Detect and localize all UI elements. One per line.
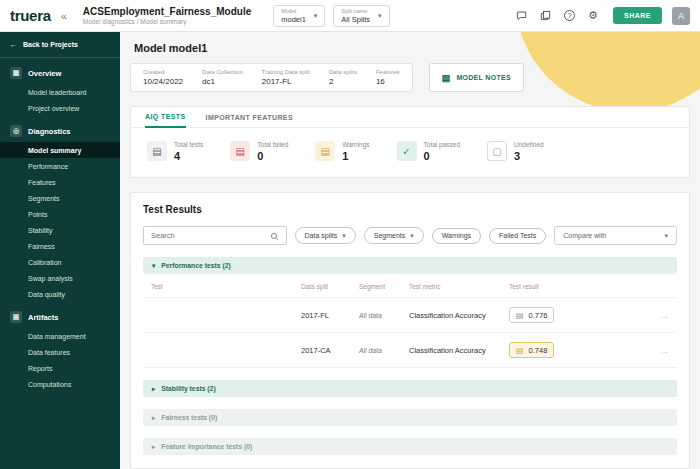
filter-data-splits[interactable]: Data splits ▾: [295, 227, 356, 244]
sidebar-item-swap-analysis[interactable]: Swap analysis: [0, 270, 120, 286]
sidebar-item-calibration[interactable]: Calibration: [0, 254, 120, 270]
sidebar-item-computations[interactable]: Computations: [0, 376, 120, 392]
search-input[interactable]: [151, 231, 270, 240]
sidebar-item-project-overview[interactable]: Project overview: [0, 100, 120, 116]
sidebar-item-fairness[interactable]: Fairness: [0, 238, 120, 254]
sidebar-section-artifacts: ▣ Artifacts: [0, 302, 120, 328]
group-label: Feature importance tests (0): [161, 443, 252, 450]
info-field-value: 16: [376, 77, 400, 86]
table-row[interactable]: 2017-CA All data Classification Accuracy…: [143, 333, 677, 368]
sidebar-item-data-quality[interactable]: Data quality: [0, 286, 120, 302]
stat-value: 1: [342, 150, 369, 162]
col-header-data-split: Data split: [301, 283, 359, 290]
sidebar-item-model-leaderboard[interactable]: Model leaderboard: [0, 84, 120, 100]
avatar[interactable]: A: [672, 7, 690, 25]
stat-undefined: ▢ Undefined3: [487, 141, 544, 162]
stat-warnings: ▤ Warnings1: [315, 141, 369, 162]
page-title: Model model1: [134, 42, 686, 54]
group-feature-importance-tests[interactable]: ▸ Feature importance tests (0): [143, 438, 677, 455]
col-header-test: Test: [151, 283, 301, 290]
table-row[interactable]: 2017-FL All data Classification Accuracy…: [143, 298, 677, 333]
filter-label: Warnings: [442, 232, 471, 239]
result-value: 0.748: [529, 346, 548, 355]
filter-failed-tests[interactable]: Failed Tests: [489, 228, 546, 244]
summary-stats-row: ▤ Total tests4 ▤ Total failed0 ▤ Warning…: [131, 128, 689, 177]
chat-icon[interactable]: [516, 7, 527, 25]
header-icons: ? ⚙: [516, 7, 598, 25]
chevron-down-icon: ▾: [342, 232, 346, 240]
result-doc-icon: ▤: [516, 311, 524, 320]
model-select[interactable]: Model model1 ▾: [273, 5, 325, 27]
tab-aiq-tests[interactable]: AIQ TESTS: [145, 113, 186, 128]
compare-with-select[interactable]: Compare with ▾: [554, 226, 677, 245]
sidebar-item-data-management[interactable]: Data management: [0, 328, 120, 344]
sidebar-section-overview: ▦ Overview: [0, 58, 120, 84]
chevron-down-icon: ▾: [378, 12, 382, 20]
back-to-projects[interactable]: ← Back to Projects: [0, 32, 120, 58]
sidebar-item-reports[interactable]: Reports: [0, 360, 120, 376]
filter-label: Data splits: [305, 232, 338, 239]
chevron-down-icon: ▾: [410, 232, 414, 240]
stat-label: Undefined: [514, 141, 544, 148]
stat-label: Total failed: [257, 141, 288, 148]
chevron-down-icon: ▾: [314, 12, 318, 20]
share-button[interactable]: SHARE: [613, 7, 662, 24]
cell-data-split: 2017-CA: [301, 346, 359, 355]
info-field-label: Created: [143, 69, 183, 75]
group-performance-tests[interactable]: ▾ Performance tests (2): [143, 257, 677, 274]
sidebar-item-stability[interactable]: Stability: [0, 222, 120, 238]
back-arrow-icon: ←: [10, 41, 17, 48]
col-header-test-metric: Test metric: [409, 283, 509, 290]
test-result-badge-warning[interactable]: ▤ 0.748: [509, 342, 554, 358]
split-select[interactable]: Split name All Splits ▾: [333, 5, 389, 27]
info-field-value: 10/24/2022: [143, 77, 183, 86]
row-arrow-icon[interactable]: →: [647, 345, 669, 356]
stat-value: 0: [257, 150, 288, 162]
sidebar-item-features[interactable]: Features: [0, 174, 120, 190]
group-stability-tests[interactable]: ▸ Stability tests (2): [143, 380, 677, 397]
info-field-value: 2017-FL: [262, 77, 310, 86]
undefined-icon: ▢: [487, 141, 507, 161]
sidebar-item-points[interactable]: Points: [0, 206, 120, 222]
chevron-right-icon: ▸: [152, 414, 155, 422]
total-tests-icon: ▤: [147, 141, 167, 161]
docs-icon[interactable]: [540, 7, 551, 25]
filter-warnings[interactable]: Warnings: [432, 228, 481, 244]
row-arrow-icon[interactable]: →: [647, 310, 669, 321]
cell-test-metric: Classification Accuracy: [409, 346, 509, 355]
table-header-row: Test Data split Segment Test metric Test…: [143, 274, 677, 298]
info-field-value: dc1: [202, 77, 243, 86]
result-value: 0.776: [529, 311, 548, 320]
settings-icon[interactable]: ⚙: [588, 9, 598, 22]
info-field-training-split: Training Data split 2017-FL: [262, 69, 310, 86]
model-select-label: Model: [281, 8, 306, 14]
sidebar-item-data-features[interactable]: Data features: [0, 344, 120, 360]
info-field-features: Features 16: [376, 69, 400, 86]
sidebar-item-segments[interactable]: Segments: [0, 190, 120, 206]
search-icon: [270, 227, 279, 245]
chevron-right-icon: ▸: [152, 385, 155, 393]
filter-label: Segments: [374, 232, 406, 239]
sidebar-item-model-summary[interactable]: Model summary: [0, 142, 120, 158]
info-field-label: Training Data split: [262, 69, 310, 75]
tabs-summary-card: AIQ TESTS IMPORTANT FEATURES ▤ Total tes…: [130, 106, 690, 178]
sidebar-item-performance[interactable]: Performance: [0, 158, 120, 174]
model-select-value: model1: [281, 15, 306, 24]
group-fairness-tests[interactable]: ▸ Fairness tests (0): [143, 409, 677, 426]
col-header-test-result: Test result: [509, 283, 647, 290]
search-box[interactable]: [143, 226, 287, 245]
stat-label: Warnings: [342, 141, 369, 148]
main-content: Model model1 Created 10/24/2022 Data Col…: [120, 32, 700, 469]
tab-important-features[interactable]: IMPORTANT FEATURES: [206, 114, 293, 127]
chevron-right-icon: ▸: [152, 443, 155, 451]
info-field-created: Created 10/24/2022: [143, 69, 183, 86]
test-result-badge[interactable]: ▤ 0.776: [509, 307, 554, 323]
compare-with-label: Compare with: [563, 232, 606, 239]
stat-total-failed: ▤ Total failed0: [230, 141, 288, 162]
chevron-down-icon: ▾: [152, 262, 155, 270]
help-icon[interactable]: ?: [564, 10, 575, 21]
cell-test-metric: Classification Accuracy: [409, 311, 509, 320]
collapse-sidebar-icon[interactable]: «: [61, 10, 67, 22]
filter-segments[interactable]: Segments ▾: [364, 227, 424, 244]
model-notes-button[interactable]: ▤ MODEL NOTES: [429, 63, 524, 92]
